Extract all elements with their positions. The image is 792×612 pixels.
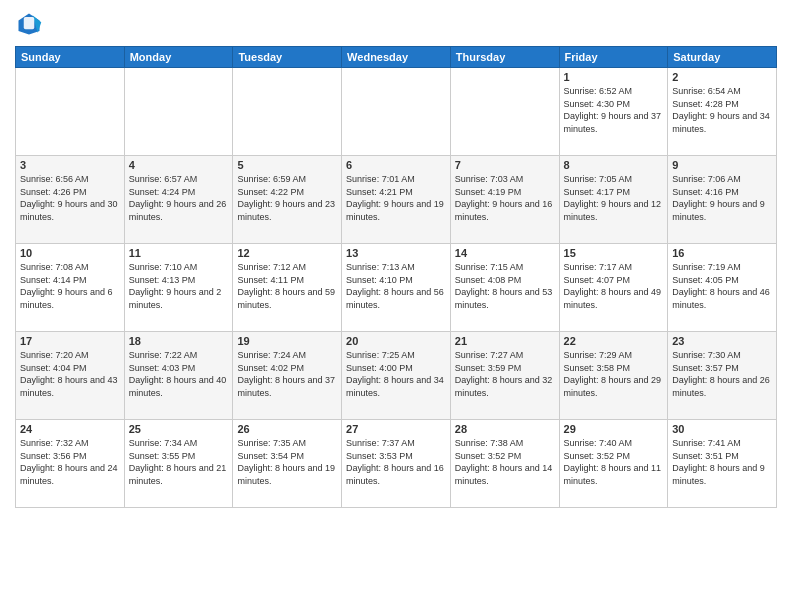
day-info: Sunrise: 6:54 AM Sunset: 4:28 PM Dayligh… bbox=[672, 85, 772, 135]
day-cell-9: 9Sunrise: 7:06 AM Sunset: 4:16 PM Daylig… bbox=[668, 156, 777, 244]
logo-icon bbox=[15, 10, 43, 38]
day-info: Sunrise: 7:03 AM Sunset: 4:19 PM Dayligh… bbox=[455, 173, 555, 223]
empty-cell bbox=[233, 68, 342, 156]
day-cell-22: 22Sunrise: 7:29 AM Sunset: 3:58 PM Dayli… bbox=[559, 332, 668, 420]
day-number: 17 bbox=[20, 335, 120, 347]
day-number: 4 bbox=[129, 159, 229, 171]
day-cell-23: 23Sunrise: 7:30 AM Sunset: 3:57 PM Dayli… bbox=[668, 332, 777, 420]
week-row-5: 24Sunrise: 7:32 AM Sunset: 3:56 PM Dayli… bbox=[16, 420, 777, 508]
day-info: Sunrise: 7:15 AM Sunset: 4:08 PM Dayligh… bbox=[455, 261, 555, 311]
day-info: Sunrise: 7:40 AM Sunset: 3:52 PM Dayligh… bbox=[564, 437, 664, 487]
weekday-header-sunday: Sunday bbox=[16, 47, 125, 68]
day-info: Sunrise: 7:30 AM Sunset: 3:57 PM Dayligh… bbox=[672, 349, 772, 399]
day-info: Sunrise: 7:25 AM Sunset: 4:00 PM Dayligh… bbox=[346, 349, 446, 399]
day-number: 21 bbox=[455, 335, 555, 347]
day-cell-26: 26Sunrise: 7:35 AM Sunset: 3:54 PM Dayli… bbox=[233, 420, 342, 508]
day-cell-17: 17Sunrise: 7:20 AM Sunset: 4:04 PM Dayli… bbox=[16, 332, 125, 420]
empty-cell bbox=[450, 68, 559, 156]
weekday-header-row: SundayMondayTuesdayWednesdayThursdayFrid… bbox=[16, 47, 777, 68]
day-cell-30: 30Sunrise: 7:41 AM Sunset: 3:51 PM Dayli… bbox=[668, 420, 777, 508]
day-info: Sunrise: 6:56 AM Sunset: 4:26 PM Dayligh… bbox=[20, 173, 120, 223]
day-info: Sunrise: 6:57 AM Sunset: 4:24 PM Dayligh… bbox=[129, 173, 229, 223]
day-cell-8: 8Sunrise: 7:05 AM Sunset: 4:17 PM Daylig… bbox=[559, 156, 668, 244]
day-cell-3: 3Sunrise: 6:56 AM Sunset: 4:26 PM Daylig… bbox=[16, 156, 125, 244]
day-cell-20: 20Sunrise: 7:25 AM Sunset: 4:00 PM Dayli… bbox=[342, 332, 451, 420]
day-info: Sunrise: 7:38 AM Sunset: 3:52 PM Dayligh… bbox=[455, 437, 555, 487]
day-number: 7 bbox=[455, 159, 555, 171]
day-number: 18 bbox=[129, 335, 229, 347]
weekday-header-friday: Friday bbox=[559, 47, 668, 68]
day-cell-27: 27Sunrise: 7:37 AM Sunset: 3:53 PM Dayli… bbox=[342, 420, 451, 508]
day-info: Sunrise: 7:35 AM Sunset: 3:54 PM Dayligh… bbox=[237, 437, 337, 487]
day-number: 25 bbox=[129, 423, 229, 435]
day-number: 9 bbox=[672, 159, 772, 171]
day-info: Sunrise: 7:13 AM Sunset: 4:10 PM Dayligh… bbox=[346, 261, 446, 311]
day-cell-24: 24Sunrise: 7:32 AM Sunset: 3:56 PM Dayli… bbox=[16, 420, 125, 508]
day-number: 5 bbox=[237, 159, 337, 171]
day-cell-6: 6Sunrise: 7:01 AM Sunset: 4:21 PM Daylig… bbox=[342, 156, 451, 244]
day-cell-18: 18Sunrise: 7:22 AM Sunset: 4:03 PM Dayli… bbox=[124, 332, 233, 420]
day-info: Sunrise: 7:27 AM Sunset: 3:59 PM Dayligh… bbox=[455, 349, 555, 399]
day-number: 15 bbox=[564, 247, 664, 259]
day-info: Sunrise: 7:01 AM Sunset: 4:21 PM Dayligh… bbox=[346, 173, 446, 223]
day-cell-29: 29Sunrise: 7:40 AM Sunset: 3:52 PM Dayli… bbox=[559, 420, 668, 508]
day-info: Sunrise: 7:32 AM Sunset: 3:56 PM Dayligh… bbox=[20, 437, 120, 487]
day-info: Sunrise: 7:22 AM Sunset: 4:03 PM Dayligh… bbox=[129, 349, 229, 399]
day-number: 19 bbox=[237, 335, 337, 347]
day-number: 30 bbox=[672, 423, 772, 435]
day-number: 12 bbox=[237, 247, 337, 259]
day-cell-21: 21Sunrise: 7:27 AM Sunset: 3:59 PM Dayli… bbox=[450, 332, 559, 420]
empty-cell bbox=[16, 68, 125, 156]
day-number: 22 bbox=[564, 335, 664, 347]
empty-cell bbox=[124, 68, 233, 156]
week-row-1: 1Sunrise: 6:52 AM Sunset: 4:30 PM Daylig… bbox=[16, 68, 777, 156]
day-cell-19: 19Sunrise: 7:24 AM Sunset: 4:02 PM Dayli… bbox=[233, 332, 342, 420]
day-cell-7: 7Sunrise: 7:03 AM Sunset: 4:19 PM Daylig… bbox=[450, 156, 559, 244]
day-info: Sunrise: 7:37 AM Sunset: 3:53 PM Dayligh… bbox=[346, 437, 446, 487]
day-cell-14: 14Sunrise: 7:15 AM Sunset: 4:08 PM Dayli… bbox=[450, 244, 559, 332]
day-number: 16 bbox=[672, 247, 772, 259]
day-cell-13: 13Sunrise: 7:13 AM Sunset: 4:10 PM Dayli… bbox=[342, 244, 451, 332]
day-info: Sunrise: 7:41 AM Sunset: 3:51 PM Dayligh… bbox=[672, 437, 772, 487]
day-info: Sunrise: 7:24 AM Sunset: 4:02 PM Dayligh… bbox=[237, 349, 337, 399]
day-info: Sunrise: 7:06 AM Sunset: 4:16 PM Dayligh… bbox=[672, 173, 772, 223]
week-row-2: 3Sunrise: 6:56 AM Sunset: 4:26 PM Daylig… bbox=[16, 156, 777, 244]
day-cell-2: 2Sunrise: 6:54 AM Sunset: 4:28 PM Daylig… bbox=[668, 68, 777, 156]
header bbox=[15, 10, 777, 38]
week-row-4: 17Sunrise: 7:20 AM Sunset: 4:04 PM Dayli… bbox=[16, 332, 777, 420]
day-number: 1 bbox=[564, 71, 664, 83]
day-info: Sunrise: 7:17 AM Sunset: 4:07 PM Dayligh… bbox=[564, 261, 664, 311]
day-number: 27 bbox=[346, 423, 446, 435]
calendar-table: SundayMondayTuesdayWednesdayThursdayFrid… bbox=[15, 46, 777, 508]
weekday-header-wednesday: Wednesday bbox=[342, 47, 451, 68]
day-cell-16: 16Sunrise: 7:19 AM Sunset: 4:05 PM Dayli… bbox=[668, 244, 777, 332]
weekday-header-thursday: Thursday bbox=[450, 47, 559, 68]
day-cell-12: 12Sunrise: 7:12 AM Sunset: 4:11 PM Dayli… bbox=[233, 244, 342, 332]
day-info: Sunrise: 7:08 AM Sunset: 4:14 PM Dayligh… bbox=[20, 261, 120, 311]
day-number: 11 bbox=[129, 247, 229, 259]
weekday-header-saturday: Saturday bbox=[668, 47, 777, 68]
weekday-header-tuesday: Tuesday bbox=[233, 47, 342, 68]
day-cell-28: 28Sunrise: 7:38 AM Sunset: 3:52 PM Dayli… bbox=[450, 420, 559, 508]
day-number: 29 bbox=[564, 423, 664, 435]
day-number: 20 bbox=[346, 335, 446, 347]
weekday-header-monday: Monday bbox=[124, 47, 233, 68]
day-number: 6 bbox=[346, 159, 446, 171]
day-cell-10: 10Sunrise: 7:08 AM Sunset: 4:14 PM Dayli… bbox=[16, 244, 125, 332]
day-info: Sunrise: 7:34 AM Sunset: 3:55 PM Dayligh… bbox=[129, 437, 229, 487]
day-info: Sunrise: 6:59 AM Sunset: 4:22 PM Dayligh… bbox=[237, 173, 337, 223]
day-number: 13 bbox=[346, 247, 446, 259]
empty-cell bbox=[342, 68, 451, 156]
page: SundayMondayTuesdayWednesdayThursdayFrid… bbox=[0, 0, 792, 612]
day-cell-11: 11Sunrise: 7:10 AM Sunset: 4:13 PM Dayli… bbox=[124, 244, 233, 332]
day-number: 28 bbox=[455, 423, 555, 435]
day-info: Sunrise: 7:20 AM Sunset: 4:04 PM Dayligh… bbox=[20, 349, 120, 399]
day-info: Sunrise: 7:10 AM Sunset: 4:13 PM Dayligh… bbox=[129, 261, 229, 311]
svg-rect-2 bbox=[24, 17, 35, 29]
day-number: 23 bbox=[672, 335, 772, 347]
day-cell-15: 15Sunrise: 7:17 AM Sunset: 4:07 PM Dayli… bbox=[559, 244, 668, 332]
day-number: 8 bbox=[564, 159, 664, 171]
logo bbox=[15, 10, 47, 38]
day-cell-1: 1Sunrise: 6:52 AM Sunset: 4:30 PM Daylig… bbox=[559, 68, 668, 156]
day-cell-5: 5Sunrise: 6:59 AM Sunset: 4:22 PM Daylig… bbox=[233, 156, 342, 244]
